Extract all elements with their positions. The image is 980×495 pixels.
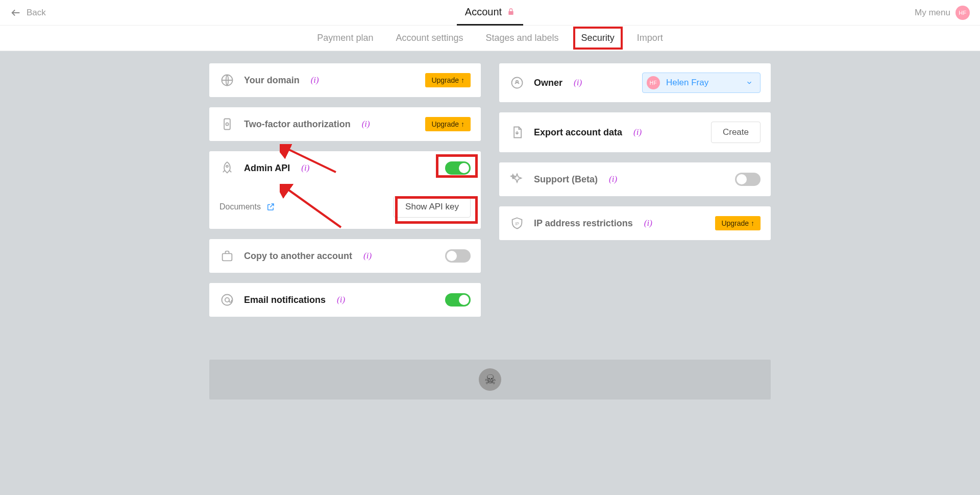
documents-label: Documents — [219, 202, 261, 211]
chevron-down-icon — [746, 79, 753, 86]
card-export-data: Export account data i Create — [499, 112, 771, 152]
arrow-left-icon — [10, 7, 21, 18]
upgrade-button[interactable]: Upgrade ↑ — [425, 117, 471, 131]
briefcase-icon — [220, 249, 234, 263]
info-icon[interactable]: i — [644, 218, 652, 228]
info-icon[interactable]: i — [301, 163, 309, 173]
lock-icon — [507, 8, 515, 16]
documents-link[interactable]: Documents — [219, 202, 275, 211]
info-icon[interactable]: i — [574, 78, 582, 88]
card-title: Support (Beta) — [534, 174, 598, 185]
svg-point-6 — [225, 298, 229, 302]
svg-point-5 — [222, 295, 233, 305]
rocket-icon — [220, 161, 234, 175]
tab-payment-plan[interactable]: Payment plan — [313, 28, 377, 49]
owner-name: Helen Fray — [666, 78, 708, 88]
card-your-domain: Your domain i Upgrade ↑ — [209, 63, 481, 97]
info-icon[interactable]: i — [362, 119, 370, 129]
info-icon[interactable]: i — [363, 251, 372, 261]
info-icon[interactable]: i — [609, 174, 617, 184]
card-admin-api: Admin API i Documents Show API key — [209, 151, 481, 229]
owner-select[interactable]: HF Helen Fray — [642, 73, 761, 93]
upgrade-button[interactable]: Upgrade ↑ — [425, 73, 471, 87]
card-support-beta: Support (Beta) i — [499, 162, 771, 196]
skull-icon: ☠ — [479, 368, 501, 391]
subtabs: Payment plan Account settings Stages and… — [0, 26, 980, 51]
email-notifications-toggle[interactable] — [445, 293, 471, 307]
card-title: Your domain — [244, 75, 300, 86]
left-column: Your domain i Upgrade ↑ Two-factor autho… — [209, 63, 481, 317]
card-owner: Owner i HF Helen Fray — [499, 63, 771, 102]
info-icon[interactable]: i — [311, 75, 319, 85]
copy-account-toggle[interactable] — [445, 249, 471, 263]
page-title: Account — [465, 6, 502, 18]
back-button[interactable]: Back — [10, 7, 122, 18]
right-column: Owner i HF Helen Fray Export account dat… — [499, 63, 771, 317]
tab-account-settings[interactable]: Account settings — [391, 28, 467, 49]
card-title: Owner — [534, 78, 562, 88]
at-sign-icon — [220, 293, 234, 307]
card-title: Two-factor authorization — [244, 119, 351, 130]
topbar: Back Account My menu HF — [0, 0, 980, 26]
card-title: Copy to another account — [244, 251, 352, 262]
svg-point-3 — [226, 166, 228, 168]
page-title-container: Account — [457, 0, 523, 26]
info-icon[interactable]: i — [337, 295, 345, 305]
admin-api-toggle[interactable] — [445, 161, 471, 175]
sparkle-icon — [510, 172, 524, 186]
globe-icon — [220, 73, 234, 87]
card-title: IP address restrictions — [534, 218, 633, 229]
svg-point-2 — [226, 123, 228, 125]
info-icon[interactable]: i — [633, 127, 642, 137]
shield-icon: IP — [510, 216, 524, 230]
tab-import[interactable]: Import — [633, 28, 667, 49]
support-toggle[interactable] — [735, 173, 761, 186]
user-icon — [510, 76, 524, 90]
back-label: Back — [27, 8, 46, 18]
create-export-button[interactable]: Create — [711, 122, 761, 143]
download-file-icon — [510, 125, 524, 139]
svg-rect-1 — [224, 119, 230, 130]
avatar: HF — [647, 76, 660, 89]
card-email-notifications: Email notifications i — [209, 283, 481, 317]
danger-zone-bar[interactable]: ☠ — [209, 360, 771, 399]
avatar[interactable]: HF — [955, 6, 970, 20]
upgrade-button[interactable]: Upgrade ↑ — [715, 216, 761, 230]
device-icon — [220, 117, 234, 131]
card-title: Email notifications — [244, 295, 326, 305]
card-two-factor: Two-factor authorization i Upgrade ↑ — [209, 107, 481, 141]
external-link-icon — [266, 202, 275, 211]
svg-text:IP: IP — [515, 222, 519, 226]
card-ip-restrictions: IP IP address restrictions i Upgrade ↑ — [499, 206, 771, 240]
show-api-key-button[interactable]: Show API key — [394, 196, 471, 218]
card-title: Export account data — [534, 127, 622, 138]
tab-security[interactable]: Security — [577, 28, 619, 49]
card-copy-account: Copy to another account i — [209, 239, 481, 273]
card-title: Admin API — [244, 163, 290, 174]
my-menu-link[interactable]: My menu — [915, 8, 950, 18]
tab-stages-labels[interactable]: Stages and labels — [482, 28, 563, 49]
svg-rect-4 — [223, 253, 232, 261]
